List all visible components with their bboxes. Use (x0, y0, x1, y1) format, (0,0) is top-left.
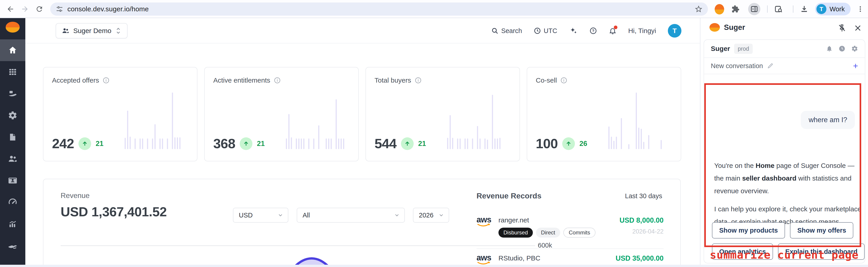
sidebar-item-buyers[interactable] (0, 148, 25, 170)
year-select-value: 2026 (419, 212, 434, 219)
tab-search-icon[interactable] (773, 4, 783, 14)
contacts-card-icon (8, 176, 18, 185)
dashboard-topnav: Suger Demo Search UTC ? Hi, Tingyi (25, 18, 700, 43)
revenue-amount: USD 1,367,401.52 (61, 204, 167, 219)
revenue-card: Revenue USD 1,367,401.52 USD All 2026 60… (43, 179, 681, 267)
offers-hand-icon (8, 89, 18, 98)
new-conversation-label: New conversation (711, 62, 763, 70)
record-row[interactable]: aws ranger.net DisbursedDirectCommits US… (476, 215, 663, 244)
bookmark-star-icon[interactable] (694, 5, 703, 13)
bottom-strip (0, 265, 868, 267)
stat-delta: 21 (96, 140, 103, 148)
side-panel-icon[interactable] (748, 3, 761, 15)
close-icon[interactable] (854, 24, 862, 32)
aws-logo: aws (476, 216, 497, 227)
sidebar-item-metering[interactable] (0, 191, 25, 213)
bell-icon[interactable] (826, 45, 833, 52)
sidebar-item-settings[interactable] (0, 105, 25, 126)
org-selector[interactable]: Suger Demo (56, 23, 128, 38)
stat-card-cosell: Co-sell 100 26 (527, 67, 681, 161)
ai-assistant-button[interactable] (569, 27, 578, 35)
analytics-chart-icon (8, 219, 18, 229)
info-icon[interactable] (415, 77, 422, 84)
org-selector-chevrons-icon (115, 27, 122, 35)
info-icon[interactable] (560, 77, 567, 84)
org-people-icon (62, 27, 70, 35)
extension-side-panel: Suger Suger prod New conversation + (700, 18, 868, 267)
toolbar-divider (793, 5, 794, 13)
sidebar-item-home[interactable] (0, 39, 25, 61)
aws-logo: aws (476, 254, 497, 265)
help-button[interactable]: ? (589, 27, 597, 35)
notifications-button[interactable] (609, 27, 617, 35)
chevron-down-icon (394, 212, 400, 218)
svg-text:?: ? (592, 29, 594, 33)
sidebar-item-products[interactable] (0, 61, 25, 83)
browser-profile-chip[interactable]: T Work (815, 3, 850, 16)
sidebar-item-cosell[interactable] (0, 235, 25, 257)
stat-value: 100 (536, 136, 558, 151)
user-message-bubble: where am I? (801, 111, 855, 129)
suger-logo[interactable] (6, 22, 20, 33)
new-conversation-row[interactable]: New conversation + (704, 58, 865, 74)
org-label: Suger Demo (73, 27, 111, 35)
back-icon[interactable] (5, 4, 16, 14)
reload-icon[interactable] (34, 4, 44, 14)
marketplace-select[interactable]: All (297, 208, 405, 222)
sparkles-icon (569, 27, 578, 35)
user-avatar[interactable]: T (668, 24, 681, 37)
settings-gear-icon[interactable] (851, 45, 858, 52)
currency-select[interactable]: USD (233, 208, 288, 222)
stats-cards-row: Accepted offers 242 21 Active entitlemen… (43, 67, 681, 161)
documents-icon (8, 132, 17, 142)
app-sidebar (0, 18, 25, 267)
address-bar[interactable]: console.dev.suger.io/home (50, 2, 708, 16)
record-date: 2026-04-22 (632, 228, 663, 235)
stat-value: 544 (374, 136, 397, 151)
show-products-button[interactable]: Show my products (712, 222, 785, 238)
site-settings-icon[interactable] (56, 5, 63, 13)
delta-up-icon (79, 137, 91, 150)
toolbar-divider (767, 5, 768, 13)
home-icon (8, 46, 18, 55)
stat-title: Co-sell (536, 77, 557, 84)
record-divider (476, 248, 663, 249)
help-icon: ? (589, 27, 597, 35)
browser-avatar: T (816, 4, 827, 14)
year-select[interactable]: 2026 (413, 208, 449, 222)
sparkline (447, 93, 506, 149)
buyers-people-icon (8, 154, 18, 164)
env-badge: prod (734, 44, 753, 54)
show-offers-button[interactable]: Show my offers (790, 222, 853, 238)
record-badge: Disbursed (498, 228, 533, 238)
extensions-puzzle-icon[interactable] (731, 4, 740, 14)
suger-extension-icon[interactable] (715, 4, 724, 14)
unpin-icon[interactable] (837, 24, 846, 33)
sidebar-item-analytics[interactable] (0, 213, 25, 235)
record-name: ranger.net (498, 216, 529, 224)
record-badges: DisbursedDirectCommits (498, 228, 595, 238)
currency-select-value: USD (239, 212, 253, 219)
clock-icon (534, 27, 541, 34)
sidebar-item-contacts[interactable] (0, 170, 25, 191)
search-button[interactable]: Search (491, 27, 522, 35)
revenue-title: Revenue (61, 191, 90, 200)
screen: console.dev.suger.io/home T Work (0, 0, 868, 267)
info-icon[interactable] (103, 77, 110, 84)
sidebar-item-documents[interactable] (0, 126, 25, 148)
timezone-button[interactable]: UTC (534, 27, 557, 35)
marketplace-select-value: All (303, 212, 310, 219)
dashboard-content: Accepted offers 242 21 Active entitlemen… (25, 43, 700, 267)
history-clock-icon[interactable] (839, 45, 845, 52)
extension-body-card: Suger prod New conversation + where am I… (704, 39, 865, 263)
download-icon[interactable] (799, 4, 809, 14)
sparkline (286, 93, 345, 149)
sidebar-item-offers[interactable] (0, 83, 25, 105)
record-badge: Direct (536, 228, 560, 238)
add-conversation-button[interactable]: + (853, 62, 858, 70)
record-amount: USD 35,000.00 (616, 254, 663, 263)
forward-icon[interactable] (20, 4, 30, 14)
info-icon[interactable] (274, 77, 281, 84)
browser-menu-kebab-icon[interactable] (855, 4, 865, 14)
edit-pencil-icon[interactable] (767, 63, 773, 69)
